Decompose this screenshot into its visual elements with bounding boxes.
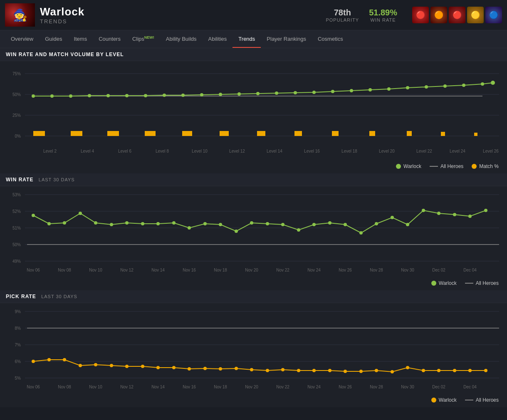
svg-text:Nov 06: Nov 06 bbox=[27, 385, 40, 389]
legend-label-warlock-2: Warlock bbox=[439, 280, 457, 286]
svg-point-44 bbox=[219, 93, 222, 96]
svg-point-86 bbox=[32, 214, 35, 217]
svg-point-100 bbox=[250, 221, 253, 225]
svg-text:Nov 26: Nov 26 bbox=[339, 385, 352, 389]
svg-text:Level 16: Level 16 bbox=[304, 149, 320, 153]
nav-player-rankings[interactable]: Player Rankings bbox=[261, 31, 312, 48]
svg-point-35 bbox=[50, 94, 54, 98]
svg-text:Nov 22: Nov 22 bbox=[276, 385, 289, 389]
ability-icon-5[interactable]: 🔵 bbox=[485, 7, 502, 23]
svg-text:6%: 6% bbox=[15, 359, 21, 364]
legend-dot-warlock-3 bbox=[431, 398, 436, 403]
svg-point-91 bbox=[110, 223, 113, 226]
legend-dot-warlock-2 bbox=[431, 281, 436, 286]
svg-text:49%: 49% bbox=[12, 259, 21, 264]
svg-point-97 bbox=[203, 222, 207, 225]
svg-text:Level 18: Level 18 bbox=[341, 149, 357, 153]
chart3-subtitle: LAST 30 DAYS bbox=[41, 294, 77, 299]
svg-text:Nov 18: Nov 18 bbox=[214, 268, 227, 272]
nav-abilities[interactable]: Abilities bbox=[203, 31, 233, 48]
svg-text:Level 12: Level 12 bbox=[229, 149, 245, 153]
winrate-value: 51.89% bbox=[369, 8, 397, 17]
legend-allheroes-3: All Heroes bbox=[465, 397, 499, 403]
svg-text:Dec 04: Dec 04 bbox=[463, 385, 477, 389]
svg-rect-21 bbox=[33, 131, 45, 136]
svg-point-110 bbox=[406, 223, 409, 226]
svg-text:Nov 12: Nov 12 bbox=[120, 268, 134, 272]
svg-point-42 bbox=[181, 94, 185, 97]
svg-text:Nov 10: Nov 10 bbox=[89, 385, 102, 389]
nav-cosmetics[interactable]: Cosmetics bbox=[312, 31, 349, 48]
header-stats: 78th POPULARITY 51.89% WIN RATE 🔴 🟠 🔴 🟡 … bbox=[326, 7, 502, 23]
svg-text:Nov 06: Nov 06 bbox=[27, 268, 40, 272]
svg-point-153 bbox=[203, 367, 207, 370]
hero-subtitle: Trends bbox=[40, 18, 67, 25]
legend-label-warlock-3: Warlock bbox=[439, 397, 457, 403]
svg-point-105 bbox=[328, 221, 331, 225]
svg-text:Nov 12: Nov 12 bbox=[120, 385, 134, 389]
svg-point-165 bbox=[391, 370, 394, 373]
svg-text:53%: 53% bbox=[12, 193, 21, 197]
winrate-stat: 51.89% WIN RATE bbox=[369, 8, 397, 22]
svg-point-166 bbox=[406, 366, 409, 369]
svg-point-159 bbox=[297, 369, 300, 372]
chart1-legend: Warlock All Heroes Match % bbox=[0, 161, 507, 173]
svg-point-112 bbox=[437, 212, 440, 215]
nav-items[interactable]: Items bbox=[68, 31, 93, 48]
svg-point-162 bbox=[344, 370, 347, 373]
svg-text:Level 6: Level 6 bbox=[118, 149, 132, 153]
chart2-svg: 53% 52% 51% 50% 49% Nov 06 Nov 08 Nov 10… bbox=[0, 186, 507, 278]
chart2-subtitle: LAST 30 DAYS bbox=[39, 177, 75, 182]
nav-trends[interactable]: Trends bbox=[232, 31, 261, 48]
ability-icon-3[interactable]: 🔴 bbox=[449, 7, 465, 23]
svg-text:Nov 28: Nov 28 bbox=[370, 268, 383, 272]
svg-point-52 bbox=[369, 88, 372, 91]
svg-point-95 bbox=[172, 221, 176, 225]
svg-text:Nov 08: Nov 08 bbox=[58, 268, 71, 272]
svg-point-144 bbox=[63, 358, 66, 361]
ability-icon-4[interactable]: 🟡 bbox=[467, 7, 484, 23]
nav-ability-builds[interactable]: Ability Builds bbox=[160, 31, 203, 48]
chart3-legend: Warlock All Heroes bbox=[0, 395, 507, 407]
chart1-area: 75% 50% 25% 0% Level 2 Level 4 Level 6 L… bbox=[0, 61, 507, 161]
svg-text:Level 8: Level 8 bbox=[156, 149, 169, 153]
chart-level-winrate: WIN RATE AND MATCH VOLUME BY LEVEL 75% 5… bbox=[0, 48, 507, 173]
svg-text:Level 4: Level 4 bbox=[81, 149, 94, 153]
svg-text:Nov 08: Nov 08 bbox=[58, 385, 71, 389]
ability-icon-1[interactable]: 🔴 bbox=[412, 7, 429, 23]
nav-overview[interactable]: Overview bbox=[5, 31, 39, 48]
legend-line-allheroes-3 bbox=[465, 400, 473, 400]
svg-point-146 bbox=[94, 363, 97, 366]
svg-point-114 bbox=[468, 215, 472, 218]
svg-point-39 bbox=[125, 94, 129, 97]
svg-point-36 bbox=[69, 94, 72, 98]
svg-text:Nov 16: Nov 16 bbox=[183, 268, 196, 272]
svg-point-53 bbox=[387, 87, 391, 91]
svg-point-154 bbox=[219, 367, 222, 371]
svg-text:Level 26: Level 26 bbox=[483, 149, 499, 153]
svg-point-145 bbox=[79, 364, 82, 367]
svg-point-55 bbox=[425, 85, 428, 89]
nav-clips[interactable]: ClipsNEW! bbox=[126, 30, 160, 48]
svg-point-156 bbox=[250, 368, 253, 371]
svg-text:Nov 20: Nov 20 bbox=[245, 268, 258, 272]
svg-point-94 bbox=[156, 222, 160, 225]
svg-point-167 bbox=[422, 369, 425, 372]
svg-point-47 bbox=[275, 91, 278, 95]
svg-text:Nov 24: Nov 24 bbox=[307, 268, 321, 272]
svg-point-150 bbox=[156, 366, 160, 369]
svg-rect-28 bbox=[294, 131, 302, 136]
chart-winrate-30days: WIN RATE LAST 30 DAYS 53% 52% 51% 50% 49… bbox=[0, 173, 507, 290]
nav-guides[interactable]: Guides bbox=[39, 31, 68, 48]
svg-text:0%: 0% bbox=[15, 134, 21, 138]
svg-text:Nov 30: Nov 30 bbox=[401, 268, 414, 272]
svg-point-87 bbox=[47, 222, 51, 225]
svg-point-168 bbox=[437, 369, 440, 372]
svg-point-104 bbox=[312, 223, 316, 226]
popularity-label: POPULARITY bbox=[326, 17, 359, 22]
svg-text:Level 22: Level 22 bbox=[416, 149, 432, 153]
nav-counters[interactable]: Counters bbox=[93, 31, 126, 48]
svg-rect-23 bbox=[107, 131, 119, 136]
ability-icon-2[interactable]: 🟠 bbox=[430, 7, 447, 23]
svg-text:Nov 26: Nov 26 bbox=[339, 268, 352, 272]
